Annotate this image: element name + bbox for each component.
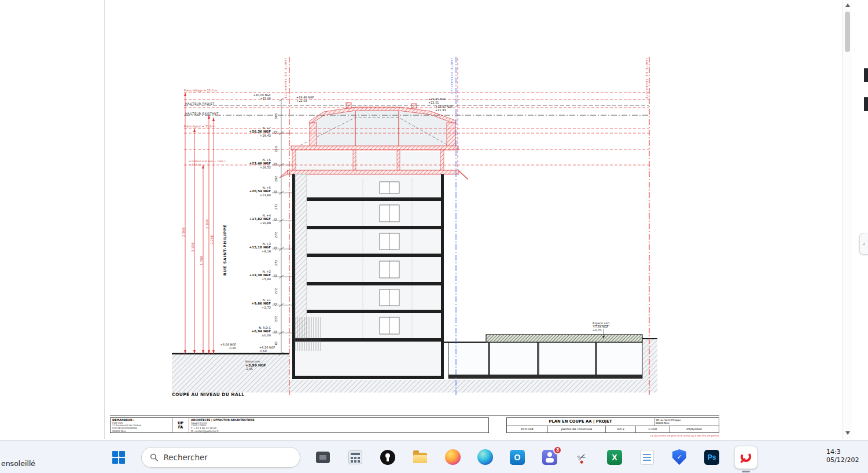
taskbar-app-window[interactable] — [313, 448, 333, 467]
taskbar-center: O 3 ✂ X ✓ Ps — [109, 441, 757, 473]
demandeur-line: 06000 Nice — [112, 430, 170, 432]
scroll-down-button[interactable] — [843, 428, 852, 438]
taskbar-outlook[interactable]: O — [507, 448, 527, 467]
clock-date: 05/12/202 — [826, 456, 859, 464]
taskbar-edge[interactable] — [475, 448, 495, 467]
pdf-viewer-canvas[interactable]: Plans faîtage + 25,0 m HAUTEUR PROJET HA… — [0, 0, 868, 440]
chevron-down-icon — [845, 431, 850, 435]
section-drawing — [0, 0, 868, 440]
architecte-block: ARCHITECTE | UPFACTOR ARCHITECTURE Squar… — [189, 418, 488, 432]
taskbar-notes[interactable] — [637, 448, 657, 467]
right-edge-artifact — [864, 68, 868, 82]
notepad-icon — [640, 450, 654, 465]
vertical-scrollbar[interactable] — [842, 0, 852, 439]
notification-badge: 3 — [553, 446, 562, 454]
architecte-details: Square Irvine75017 PARIST. +33 1 86 42 3… — [191, 422, 487, 432]
taskbar-excel[interactable]: X — [605, 448, 624, 467]
clock-time: 14:3 — [826, 448, 859, 456]
sheet-doc-type: permis de construire — [547, 426, 605, 432]
shield-icon: ✓ — [672, 449, 686, 465]
scroll-up-button[interactable] — [843, 1, 852, 10]
acrobat-icon — [740, 451, 752, 464]
taskbar-search[interactable] — [141, 447, 300, 468]
taskbar-teams[interactable]: 3 — [540, 448, 560, 467]
search-input[interactable] — [163, 453, 292, 462]
scrollbar-thumb[interactable] — [845, 12, 850, 52]
taskbar-photoshop[interactable]: Ps — [702, 448, 722, 467]
chevron-left-icon: ‹ — [863, 240, 865, 248]
weather-text: ensoleillé — [1, 459, 35, 468]
sheet-title: PLAN EN COUPE AA | PROJET — [507, 418, 654, 426]
taskbar-keepass[interactable] — [378, 448, 398, 467]
title-block-project: PLAN EN COUPE AA | PROJET 38 rue Saint P… — [506, 417, 719, 433]
firefox-icon — [445, 449, 461, 465]
taskbar-firefox[interactable] — [443, 448, 462, 467]
upfa-logo: UP FA — [172, 418, 189, 432]
right-edge-artifact — [864, 97, 868, 111]
search-icon — [150, 453, 158, 462]
taskbar-snipping-tool[interactable]: ✂ — [572, 448, 592, 467]
windows-logo-icon — [112, 451, 125, 464]
sheet-ref: PC3.01B — [507, 426, 547, 432]
address-line: 06000 Nice — [656, 421, 718, 424]
taskbar-acrobat[interactable] — [734, 446, 757, 469]
screen: Plans faîtage + 25,0 m HAUTEUR PROJET HA… — [0, 0, 868, 473]
start-button[interactable] — [109, 448, 128, 467]
sheet-scale: 1:100 — [635, 426, 669, 432]
weather-widget[interactable]: ensoleillé — [1, 459, 35, 468]
sheet-index: ind 2 — [605, 426, 635, 432]
outlook-icon: O — [510, 450, 525, 465]
demandeur-block: DEMANDEUR : FIAT LUX17 boulevard de l'Ar… — [111, 418, 172, 432]
photoshop-icon: Ps — [704, 450, 719, 465]
lock-icon — [380, 450, 395, 465]
title-block-left: DEMANDEUR : FIAT LUX17 boulevard de l'Ar… — [110, 417, 489, 433]
excel-icon: X — [607, 450, 622, 465]
edge-icon — [477, 449, 493, 465]
folder-icon — [413, 453, 427, 463]
collapsed-panel-tab[interactable]: ‹ — [859, 233, 868, 255]
taskbar-calculator[interactable] — [345, 448, 365, 467]
taskbar-file-explorer[interactable] — [410, 448, 430, 467]
demandeur-details: FIAT LUX17 boulevard de l'ArèneC/O REFLE… — [112, 422, 170, 432]
architecte-line: M. contact@upfactor.fr — [191, 430, 487, 432]
taskbar-security[interactable]: ✓ — [670, 448, 689, 467]
taskbar-clock[interactable]: 14:3 05/12/202 — [826, 448, 859, 464]
window-icon — [316, 452, 330, 463]
calculator-icon — [348, 450, 362, 464]
scissors-icon: ✂ — [576, 450, 589, 465]
sheet-date: 05/8/2024 — [669, 426, 719, 432]
logo-line: FA — [178, 426, 183, 430]
taskbar: ensoleillé O 3 ✂ — [0, 440, 868, 473]
project-address: 38 rue Saint Philippe 06000 Nice — [654, 418, 719, 426]
chevron-up-icon — [845, 3, 850, 7]
